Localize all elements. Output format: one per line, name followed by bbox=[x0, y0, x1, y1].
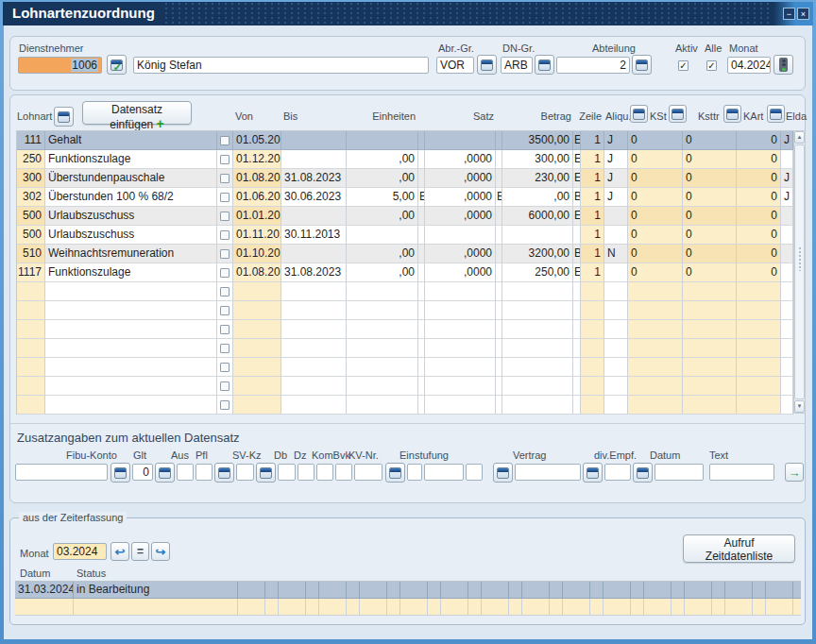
time-cell[interactable] bbox=[279, 599, 306, 616]
einheiten-cell[interactable]: ,00 bbox=[347, 169, 418, 188]
zeile-cell[interactable] bbox=[581, 282, 604, 301]
betrag-suffix[interactable] bbox=[573, 396, 581, 415]
einheiten-cell[interactable] bbox=[347, 377, 418, 396]
elda-cell[interactable] bbox=[781, 207, 793, 226]
aliqu-cell[interactable] bbox=[604, 377, 628, 396]
betrag-suffix[interactable]: B bbox=[573, 188, 581, 207]
elda-cell[interactable] bbox=[781, 320, 793, 339]
ksttr-cell[interactable]: 0 bbox=[683, 150, 737, 169]
time-cell[interactable] bbox=[468, 582, 482, 599]
satz-cell[interactable] bbox=[425, 339, 496, 358]
kst-cell[interactable] bbox=[628, 377, 683, 396]
empty-table-row[interactable] bbox=[17, 339, 793, 358]
time-cell[interactable] bbox=[685, 599, 712, 616]
bis-cell[interactable] bbox=[281, 282, 347, 301]
kart-cell[interactable]: 0 bbox=[737, 245, 781, 263]
von-cell[interactable]: 01.10.2022 bbox=[233, 245, 281, 263]
row-checkbox[interactable] bbox=[220, 381, 230, 391]
name-cell[interactable]: Überstundenpauschale bbox=[45, 169, 217, 188]
satz-cell[interactable]: ,0000 bbox=[425, 245, 496, 263]
kst-cell[interactable]: 0 bbox=[628, 188, 683, 207]
time-cell[interactable] bbox=[793, 599, 801, 616]
ksttr-cell[interactable]: 0 bbox=[683, 226, 737, 245]
zeile-cell[interactable]: 1 bbox=[581, 245, 604, 263]
zeile-cell[interactable]: 1 bbox=[581, 169, 604, 188]
checkbox-cell[interactable] bbox=[217, 263, 233, 282]
satz-suffix[interactable] bbox=[496, 131, 502, 150]
von-cell[interactable]: 01.08.2023 bbox=[233, 263, 281, 282]
betrag-cell[interactable]: 6000,00 bbox=[502, 207, 573, 226]
satz-suffix[interactable] bbox=[496, 263, 502, 282]
ksttr-cell[interactable] bbox=[683, 320, 737, 339]
name-cell[interactable] bbox=[45, 301, 217, 320]
div-empf-field[interactable] bbox=[604, 464, 631, 481]
lohnart-cell[interactable] bbox=[17, 377, 45, 396]
aliqu-cell[interactable]: J bbox=[604, 188, 628, 207]
time-cell[interactable] bbox=[400, 599, 428, 616]
time-cell[interactable] bbox=[550, 582, 563, 599]
kart-cell[interactable] bbox=[737, 377, 781, 396]
row-checkbox[interactable] bbox=[220, 174, 230, 183]
checkbox-cell[interactable] bbox=[217, 377, 233, 396]
satz-cell[interactable] bbox=[425, 377, 496, 396]
satz-suffix[interactable] bbox=[496, 282, 502, 301]
empty-table-row[interactable] bbox=[17, 301, 793, 320]
bis-cell[interactable] bbox=[281, 320, 347, 339]
einheiten-suffix[interactable] bbox=[418, 150, 425, 169]
von-cell[interactable]: 01.11.2013 bbox=[233, 226, 281, 245]
satz-cell[interactable] bbox=[425, 358, 496, 377]
zeile-cell[interactable]: 1 bbox=[581, 188, 604, 207]
time-cell[interactable] bbox=[766, 599, 793, 616]
time-cell[interactable] bbox=[604, 599, 631, 616]
bis-cell[interactable]: 31.08.2023 bbox=[281, 263, 347, 282]
einheiten-suffix[interactable] bbox=[418, 301, 425, 320]
satz-suffix[interactable] bbox=[496, 207, 502, 226]
aufruf-zeitdatenliste-button[interactable]: Aufruf Zeitdatenliste bbox=[683, 534, 795, 563]
betrag-cell[interactable] bbox=[502, 282, 573, 301]
lohnart-cell[interactable]: 510 bbox=[17, 245, 45, 263]
zeile-cell[interactable]: 1 bbox=[581, 226, 604, 245]
kst-lookup-button[interactable] bbox=[669, 105, 687, 123]
satz-cell[interactable]: ,0000 bbox=[425, 263, 496, 282]
von-cell[interactable]: 01.01.2022 bbox=[233, 207, 281, 226]
satz-suffix[interactable] bbox=[496, 320, 502, 339]
pfl-lookup-button[interactable] bbox=[214, 463, 234, 483]
time-cell[interactable] bbox=[319, 599, 347, 616]
aliqu-cell[interactable]: J bbox=[604, 131, 628, 150]
time-cell[interactable] bbox=[712, 599, 725, 616]
aliqu-cell[interactable] bbox=[604, 301, 628, 320]
bis-cell[interactable] bbox=[281, 377, 347, 396]
abr-gr-field[interactable]: VOR bbox=[436, 57, 474, 74]
ksttr-cell[interactable] bbox=[683, 301, 737, 320]
employee-lookup-button[interactable]: ✓ bbox=[107, 55, 127, 75]
satz-cell[interactable] bbox=[425, 301, 496, 320]
time-cell[interactable] bbox=[563, 599, 590, 616]
zeile-cell[interactable] bbox=[581, 339, 604, 358]
einheiten-suffix[interactable] bbox=[418, 169, 425, 188]
time-cell[interactable] bbox=[265, 582, 279, 599]
time-cell[interactable] bbox=[387, 599, 400, 616]
lohnart-cell[interactable]: 500 bbox=[17, 207, 45, 226]
betrag-suffix[interactable]: E bbox=[573, 131, 581, 150]
kst-cell[interactable] bbox=[628, 301, 683, 320]
einheiten-suffix[interactable] bbox=[418, 263, 425, 282]
empty-table-row[interactable] bbox=[17, 358, 793, 377]
time-cell[interactable] bbox=[550, 599, 563, 616]
kst-cell[interactable]: 0 bbox=[628, 207, 683, 226]
kart-cell[interactable]: 0 bbox=[737, 263, 781, 282]
bis-cell[interactable] bbox=[281, 396, 347, 415]
ksttr-cell[interactable]: 0 bbox=[683, 263, 737, 282]
bis-cell[interactable] bbox=[281, 339, 347, 358]
lohnart-cell[interactable] bbox=[17, 396, 45, 415]
einheiten-suffix[interactable] bbox=[418, 207, 425, 226]
aliqu-cell[interactable] bbox=[604, 396, 628, 415]
name-cell[interactable]: Urlaubszuschuss bbox=[45, 207, 217, 226]
einheiten-cell[interactable] bbox=[347, 320, 418, 339]
aliqu-cell[interactable] bbox=[604, 320, 628, 339]
einheiten-suffix[interactable] bbox=[418, 226, 425, 245]
zeile-cell[interactable] bbox=[581, 320, 604, 339]
betrag-cell[interactable] bbox=[502, 358, 573, 377]
lohnart-cell[interactable] bbox=[17, 358, 45, 377]
time-cell[interactable] bbox=[753, 582, 766, 599]
aus-field[interactable] bbox=[177, 464, 194, 481]
